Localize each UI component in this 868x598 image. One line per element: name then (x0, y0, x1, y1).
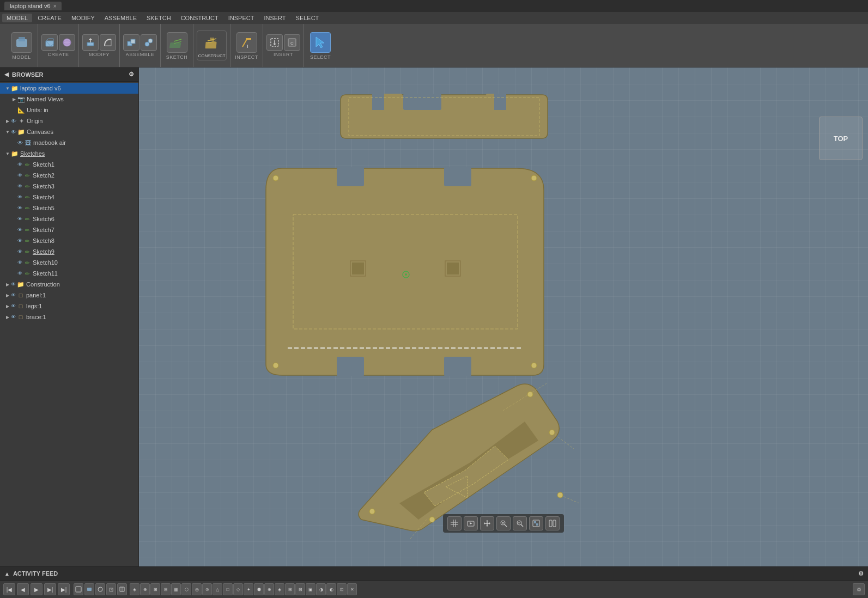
tl-btn-17[interactable]: ✦ (244, 583, 253, 595)
menu-item-insert[interactable]: INSERT (259, 14, 290, 22)
tl-btn-15[interactable]: □ (223, 583, 233, 595)
menu-item-select[interactable]: SELECT (292, 14, 324, 22)
close-tab-button[interactable]: × (53, 3, 57, 9)
display-mode-button[interactable] (529, 516, 543, 530)
tl-btn-18[interactable]: ⬢ (254, 583, 264, 595)
tree-arrow-legs1[interactable]: ▶ (4, 303, 11, 309)
select-button[interactable] (310, 32, 331, 53)
menu-item-create[interactable]: CREATE (33, 14, 66, 22)
tree-item-construction[interactable]: ▶ 👁 📁 Construction (0, 279, 138, 290)
sketch2-eye-icon[interactable]: 👁 (17, 173, 22, 178)
tree-item-sketch11[interactable]: 👁 ✏ Sketch11 (0, 268, 138, 279)
timeline-feature-5[interactable] (117, 583, 127, 595)
tree-item-sketch8[interactable]: 👁 ✏ Sketch8 (0, 235, 138, 246)
canvases-eye-icon[interactable]: 👁 (11, 129, 16, 135)
activity-feed-collapse-icon[interactable]: ▲ (4, 571, 10, 577)
sketch10-eye-icon[interactable]: 👁 (17, 260, 22, 265)
tree-item-named-views[interactable]: ▶ 📷 Named Views (0, 94, 138, 105)
sketch-button[interactable] (167, 32, 187, 53)
play-button[interactable]: ▶ (31, 583, 43, 595)
origin-eye-icon[interactable]: 👁 (11, 118, 16, 124)
tl-btn-21[interactable]: ⊞ (285, 583, 295, 595)
canvas-button[interactable]: C (284, 34, 300, 51)
tl-btn-13[interactable]: ⊙ (202, 583, 212, 595)
tree-item-legs1[interactable]: ▶ 👁 □ legs:1 (0, 301, 138, 312)
cad-viewport-svg[interactable] (139, 68, 868, 566)
timeline-feature-4[interactable]: ⊡ (106, 583, 116, 595)
timeline-feature-1[interactable] (74, 583, 83, 595)
sketch4-eye-icon[interactable]: 👁 (17, 194, 22, 200)
skip-to-end-button[interactable]: ▶| (58, 583, 70, 595)
timeline-feature-2[interactable] (84, 583, 94, 595)
tl-btn-16[interactable]: ◇ (233, 583, 243, 595)
sketch7-eye-icon[interactable]: 👁 (17, 227, 22, 233)
tl-btn-8[interactable]: ⊞ (150, 583, 160, 595)
step-back-button[interactable]: ◀ (17, 583, 29, 595)
tree-item-sketch6[interactable]: 👁 ✏ Sketch6 (0, 213, 138, 224)
tree-item-root[interactable]: ▼ 📁 laptop stand v6 (0, 83, 138, 94)
sketch11-eye-icon[interactable]: 👁 (17, 271, 22, 276)
menu-item-model[interactable]: MODEL (2, 14, 32, 22)
activity-feed-settings-icon[interactable]: ⚙ (858, 570, 864, 577)
sketch3-eye-icon[interactable]: 👁 (17, 184, 22, 189)
tl-btn-24[interactable]: ◑ (316, 583, 326, 595)
browser-collapse-icon[interactable]: ◀ (4, 71, 9, 77)
tree-arrow-canvases[interactable]: ▼ (4, 129, 11, 135)
legs1-eye-icon[interactable]: 👁 (11, 303, 16, 309)
tree-arrow-named-views[interactable]: ▶ (11, 96, 17, 102)
macbook-eye-icon[interactable]: 👁 (17, 140, 23, 146)
tree-arrow-origin[interactable]: ▶ (4, 118, 11, 124)
tl-btn-7[interactable]: ⊕ (140, 583, 150, 595)
tree-item-sketch10[interactable]: 👁 ✏ Sketch10 (0, 257, 138, 268)
tree-item-sketch9[interactable]: 👁 ✏ Sketch9 (0, 246, 138, 257)
tree-item-origin[interactable]: ▶ 👁 ✦ Origin (0, 115, 138, 126)
tree-item-sketch2[interactable]: 👁 ✏ Sketch2 (0, 170, 138, 181)
tree-item-brace1[interactable]: ▶ 👁 □ brace:1 (0, 312, 138, 322)
zoom-fit-button[interactable] (496, 516, 511, 530)
tl-btn-11[interactable]: ⬡ (181, 583, 191, 595)
joint-button[interactable] (141, 34, 157, 51)
tree-arrow-construction[interactable]: ▶ (4, 281, 11, 288)
sketch5-eye-icon[interactable]: 👁 (17, 205, 22, 211)
document-tab[interactable]: laptop stand v6 × (4, 2, 62, 10)
tl-btn-6[interactable]: ◈ (130, 583, 139, 595)
tl-btn-22[interactable]: ⊟ (295, 583, 305, 595)
tl-btn-23[interactable]: ▣ (306, 583, 315, 595)
tl-btn-27[interactable]: ✕ (347, 583, 357, 595)
timeline-settings-button[interactable]: ⚙ (853, 583, 865, 595)
create-sphere-button[interactable] (59, 34, 75, 51)
tl-btn-19[interactable]: ⊕ (264, 583, 274, 595)
step-forward-button[interactable]: ▶| (44, 583, 56, 595)
tree-arrow-sketches[interactable]: ▼ (4, 150, 11, 157)
tl-btn-26[interactable]: ⊡ (337, 583, 347, 595)
tree-item-sketch5[interactable]: 👁 ✏ Sketch5 (0, 203, 138, 213)
tree-item-panel1[interactable]: ▶ 👁 □ panel:1 (0, 290, 138, 301)
tl-btn-14[interactable]: △ (213, 583, 222, 595)
menu-item-construct[interactable]: CONSTRUCT (177, 14, 223, 22)
sketch1-eye-icon[interactable]: 👁 (17, 162, 22, 167)
insert-button[interactable] (266, 34, 283, 51)
tree-item-macbook-air[interactable]: 👁 🖼 macbook air (0, 137, 138, 148)
tree-item-sketch7[interactable]: 👁 ✏ Sketch7 (0, 224, 138, 235)
tree-item-sketch1[interactable]: 👁 ✏ Sketch1 (0, 159, 138, 170)
tree-item-canvases[interactable]: ▼ 👁 📁 Canvases (0, 126, 138, 137)
canvas-area[interactable]: TOP (139, 68, 868, 566)
grid-toggle-button[interactable] (447, 516, 462, 530)
tree-arrow-brace1[interactable]: ▶ (4, 314, 11, 320)
browser-settings-icon[interactable]: ⚙ (129, 71, 134, 78)
tree-item-sketches[interactable]: ▼ 📁 Sketches (0, 148, 138, 159)
model-button[interactable] (11, 32, 32, 53)
menu-item-inspect[interactable]: INSPECT (224, 14, 259, 22)
tree-item-sketch4[interactable]: 👁 ✏ Sketch4 (0, 192, 138, 203)
cad-top-piece[interactable] (341, 94, 548, 138)
construction-eye-icon[interactable]: 👁 (11, 282, 16, 287)
menu-item-assemble[interactable]: ASSEMBLE (100, 14, 141, 22)
modify-fillet-button[interactable] (100, 34, 116, 51)
sketch8-eye-icon[interactable]: 👁 (17, 238, 22, 243)
zoom-out-button[interactable] (513, 516, 527, 530)
brace1-eye-icon[interactable]: 👁 (11, 314, 16, 320)
menu-item-sketch[interactable]: SKETCH (142, 14, 175, 22)
construct-button[interactable]: CONSTRUCT (197, 30, 227, 60)
timeline-feature-3[interactable] (95, 583, 105, 595)
camera-button[interactable] (464, 516, 478, 530)
